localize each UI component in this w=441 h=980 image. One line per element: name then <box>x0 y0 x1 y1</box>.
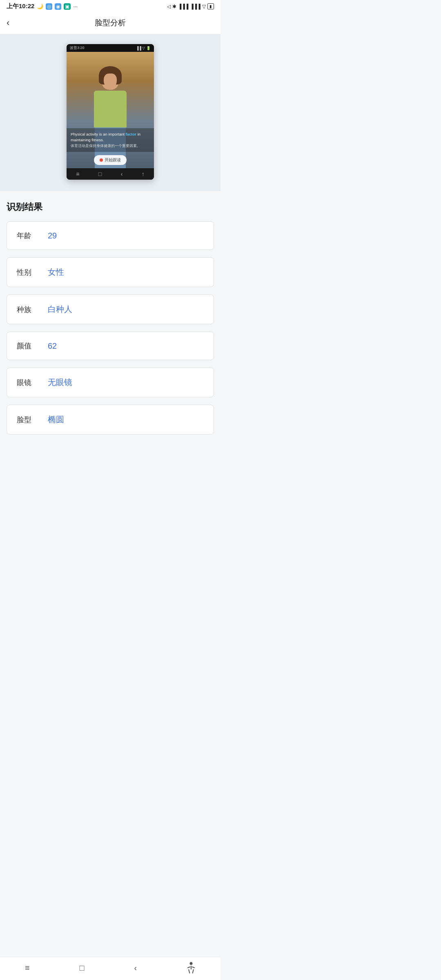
result-card-appearance: 颜值 62 <box>7 332 214 360</box>
back-button[interactable]: ‹ <box>7 18 9 27</box>
video-subtitle-zh: 体育活动是保持身体健康的一个重要因素。 <box>71 144 150 149</box>
value-age: 29 <box>48 231 57 241</box>
status-bar: 上午10:22 🌙 ◎ ◉ ▣ ··· ◁ ✱ ▐▐▐ ▐▐▐ ▽ ▮ <box>0 0 220 12</box>
video-subtitle-en: Physical activity is an important factor… <box>71 131 150 143</box>
label-faceshape: 脸型 <box>17 415 38 425</box>
video-nav-back[interactable]: ‹ <box>121 171 123 177</box>
video-status-icons: ▐▐ ▽ 🔋 <box>136 46 151 50</box>
video-section: 波普3:20 ▐▐ ▽ 🔋 2/19 × <box>0 34 220 191</box>
video-mic-button[interactable]: 开始跟读 <box>94 155 127 165</box>
send-icon: ◁ <box>167 4 171 9</box>
video-status-bar: 波普3:20 ▐▐ ▽ 🔋 <box>67 44 154 52</box>
page-title: 脸型分析 <box>95 18 126 28</box>
video-status-text: 波普3:20 <box>70 45 85 51</box>
signal-icon: ▐▐▐ <box>178 4 189 9</box>
status-left: 上午10:22 🌙 ◎ ◉ ▣ ··· <box>7 2 78 10</box>
bluetooth-icon: ✱ <box>172 4 176 9</box>
mic-label: 开始跟读 <box>105 157 121 163</box>
chat-icon: ▣ <box>64 3 71 10</box>
person-body <box>94 91 127 127</box>
value-race: 白种人 <box>48 304 72 315</box>
result-card-faceshape: 脸型 椭圆 <box>7 405 214 434</box>
results-section: 识别结果 年龄 29 性别 女性 种族 白种人 颜值 62 眼镜 无眼镜 脸型 <box>0 191 220 454</box>
status-right: ◁ ✱ ▐▐▐ ▐▐▐ ▽ ▮ <box>167 3 214 9</box>
person-head <box>101 69 119 90</box>
video-image-area: Physical activity is an important factor… <box>67 52 154 168</box>
label-race: 种族 <box>17 305 38 314</box>
results-title: 识别结果 <box>7 201 214 213</box>
result-card-gender: 性别 女性 <box>7 257 214 287</box>
value-appearance: 62 <box>48 341 57 351</box>
location-icon: ◎ <box>46 3 52 10</box>
person-face <box>104 74 117 88</box>
more-icon: ··· <box>73 3 78 9</box>
notification-icon: ◉ <box>55 3 61 10</box>
battery-icon: ▮ <box>207 3 214 9</box>
value-gender: 女性 <box>48 267 64 278</box>
status-time: 上午10:22 <box>7 2 34 10</box>
person-figure <box>94 69 127 168</box>
label-appearance: 颜值 <box>17 341 38 351</box>
video-subtitle-area: Physical activity is an important factor… <box>67 128 154 152</box>
result-card-age: 年龄 29 <box>7 221 214 250</box>
video-nav-home[interactable]: □ <box>98 171 102 177</box>
subtitle-highlight: factor <box>126 132 136 136</box>
label-gender: 性别 <box>17 267 38 277</box>
header: ‹ 脸型分析 <box>0 12 220 34</box>
mic-icon <box>100 158 103 162</box>
video-nav-menu[interactable]: ≡ <box>76 171 79 177</box>
signal2-icon: ▐▐▐ <box>190 4 200 9</box>
video-nav-share[interactable]: ↑ <box>142 171 145 177</box>
wifi-icon: ▽ <box>202 4 206 9</box>
video-nav-bar: ≡ □ ‹ ↑ <box>67 168 154 180</box>
value-glasses: 无眼镜 <box>48 377 72 388</box>
video-card[interactable]: 波普3:20 ▐▐ ▽ 🔋 2/19 × <box>67 44 154 180</box>
moon-icon: 🌙 <box>37 3 43 9</box>
result-card-glasses: 眼镜 无眼镜 <box>7 368 214 397</box>
label-glasses: 眼镜 <box>17 378 38 388</box>
label-age: 年龄 <box>17 231 38 241</box>
result-card-race: 种族 白种人 <box>7 294 214 324</box>
value-faceshape: 椭圆 <box>48 414 64 425</box>
